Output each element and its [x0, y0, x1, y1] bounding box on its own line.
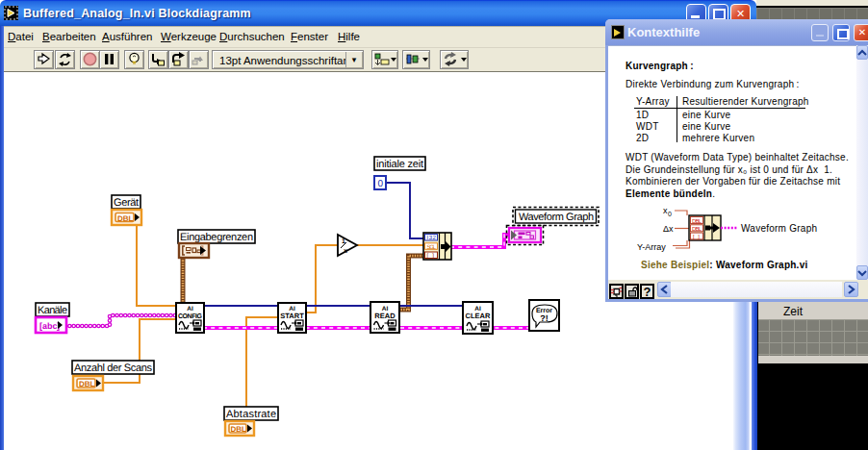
svg-text:CONFIG: CONFIG — [178, 313, 203, 320]
svg-text:initiale zeit: initiale zeit — [376, 159, 423, 170]
svg-text:I32: I32 — [427, 235, 437, 241]
svg-text:Gerät: Gerät — [114, 197, 139, 209]
svg-text:?!: ?! — [540, 313, 549, 323]
svg-text:x: x — [344, 248, 347, 255]
svg-text:Y-Array: Y-Array — [637, 242, 666, 252]
svg-text:[abc: [abc — [39, 321, 58, 331]
svg-text:DBL: DBL — [117, 214, 134, 223]
svg-text:START: START — [280, 312, 304, 320]
svg-text:Kanäle: Kanäle — [38, 305, 67, 316]
svg-text:AI: AI — [187, 306, 193, 312]
svg-text:0: 0 — [378, 179, 384, 189]
svg-text:Waveform Graph: Waveform Graph — [519, 212, 594, 223]
svg-text:SGL: SGL — [427, 244, 437, 251]
svg-text:[ ]: [ ] — [693, 234, 700, 239]
svg-text:DBL: DBL — [79, 380, 95, 388]
svg-text:DBL: DBL — [692, 226, 702, 232]
svg-text:Δx: Δx — [663, 224, 674, 234]
svg-text:[ ]: [ ] — [427, 253, 435, 260]
svg-text:Waveform Graph: Waveform Graph — [741, 223, 817, 234]
svg-text:CLEAR: CLEAR — [466, 312, 491, 320]
svg-text:Anzahl der Scans: Anzahl der Scans — [74, 362, 153, 374]
svg-text:DBL: DBL — [231, 425, 247, 434]
svg-text:READ: READ — [374, 312, 396, 320]
svg-text:DBL: DBL — [692, 218, 702, 224]
svg-text:Abtastrate: Abtastrate — [226, 409, 276, 420]
svg-text:Eingabegrenzen: Eingabegrenzen — [180, 232, 253, 243]
svg-text:0: 0 — [668, 211, 672, 217]
